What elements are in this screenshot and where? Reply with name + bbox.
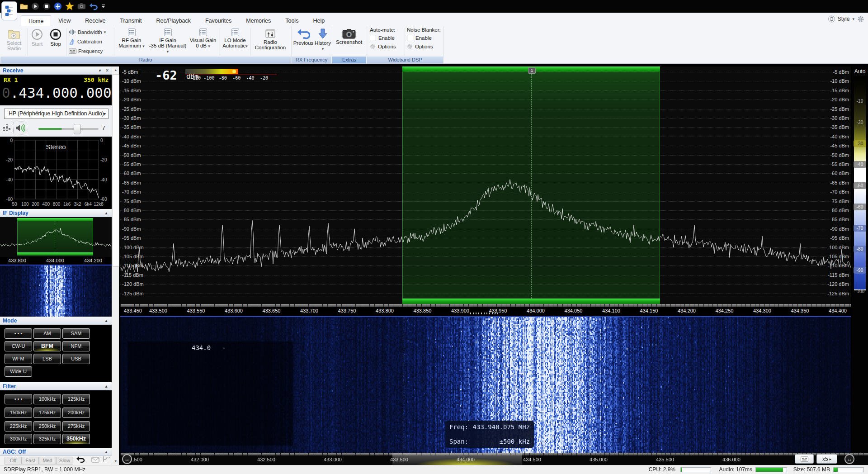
settings-gear-icon[interactable] — [857, 15, 864, 23]
lo-mode-button[interactable]: LO Mode Automatic▾ — [221, 27, 250, 48]
pan-left-right-button[interactable]: ↔ — [122, 454, 132, 464]
noise-blanker-options-button[interactable]: Options — [407, 43, 442, 49]
pan-indicator[interactable] — [470, 313, 498, 314]
undo-icon[interactable] — [89, 2, 98, 10]
ribbon-tab-row: HomeViewReceiveTransmitRec/PlaybackFavou… — [0, 13, 868, 26]
mode-button-lsb[interactable]: LSB — [33, 354, 61, 364]
noise-blanker-enable-checkbox[interactable]: Enable — [407, 35, 442, 41]
collapse-ribbon-icon[interactable] — [828, 15, 835, 23]
calibration-button[interactable]: Calibration — [69, 37, 102, 46]
tab-memories[interactable]: Memories — [239, 15, 278, 26]
filter-button-325khz[interactable]: 325kHz — [33, 434, 61, 444]
auto-mute-options-button[interactable]: Options — [370, 43, 403, 49]
tab-tools[interactable]: Tools — [278, 15, 306, 26]
zoom-factor-button[interactable]: x5▸ — [816, 454, 837, 464]
filter-button-350khz[interactable]: 350kHz — [62, 434, 90, 444]
mode-button-cw-u[interactable]: CW-U — [5, 341, 32, 351]
history-button[interactable]: History▾ — [315, 27, 331, 51]
scroll-down-icon[interactable]: ▼ — [112, 458, 119, 465]
frequency-digits[interactable]: 0.434.000.000 — [2, 85, 112, 101]
tab-help[interactable]: Help — [306, 15, 332, 26]
auto-mute-enable-checkbox[interactable]: Enable — [370, 35, 403, 41]
notes-icon[interactable] — [91, 457, 99, 463]
frequency-navigation-bar[interactable]: 431.500432.000432.500433.000433.500434.0… — [120, 453, 868, 465]
bandwidth-button[interactable]: Bandwidth▾ — [69, 28, 106, 37]
start-button[interactable]: Start — [28, 27, 46, 47]
expand-span-button[interactable]: ↔ — [844, 454, 854, 464]
volume-slider-handle[interactable] — [74, 124, 80, 134]
tab-rec-playback[interactable]: Rec/Playback — [149, 15, 198, 26]
visual-gain-button[interactable]: Visual Gain 0 dB ▾ — [188, 27, 218, 48]
style-button[interactable]: Style — [838, 16, 850, 22]
waterfall-colour-scale[interactable]: Auto -10-20-30-40-50-60-70-80-90-100 — [852, 66, 868, 453]
tab-favourites[interactable]: Favourites — [198, 15, 239, 26]
radio-configuration-button[interactable]: RadioConfiguration — [251, 27, 289, 50]
tab-view[interactable]: View — [51, 15, 78, 26]
close-panel-icon[interactable]: × — [104, 66, 111, 75]
agc-button-slow[interactable]: Slow — [56, 457, 73, 465]
if-gain-button[interactable]: IF Gain -35 dB (Manual) ▾ — [148, 27, 188, 54]
mode-button-wide-u[interactable]: Wide-U — [5, 366, 32, 377]
filter-button-300khz[interactable]: 300kHz — [5, 434, 32, 444]
mute-speaker-button[interactable] — [14, 122, 26, 134]
filter-button-125khz[interactable]: 125kHz — [62, 394, 90, 404]
collapse-panel-icon[interactable]: ▴ — [103, 382, 110, 390]
audio-latency-meter — [755, 467, 787, 472]
audio-device-select[interactable]: HP (Périphérique High Definition Audio) … — [4, 109, 108, 119]
mode-button-nfm[interactable]: NFM — [62, 341, 90, 351]
style-dropdown-icon[interactable]: ▾ — [852, 17, 854, 21]
stop-button[interactable]: Stop — [47, 27, 65, 47]
open-folder-icon[interactable] — [20, 3, 28, 10]
filter-button-more[interactable]: • • • — [5, 394, 32, 404]
previous-frequency-button[interactable]: Previous — [292, 27, 315, 46]
filter-button-175khz[interactable]: 175kHz — [33, 408, 61, 418]
filter-button-250khz[interactable]: 250kHz — [33, 421, 61, 431]
mode-button-sam[interactable]: SAM — [62, 328, 90, 339]
mode-button-bfm[interactable]: BFM — [33, 341, 61, 351]
undo-tune-icon[interactable] — [76, 456, 86, 463]
stop-icon[interactable] — [42, 2, 51, 10]
mode-button-[interactable]: • • • — [5, 328, 32, 339]
tab-home[interactable]: Home — [21, 15, 51, 26]
collapse-panel-icon[interactable]: ▴ — [103, 317, 110, 325]
tab-transmit[interactable]: Transmit — [113, 15, 149, 26]
frequency-button[interactable]: Frequency — [69, 47, 103, 56]
signal-history-icon[interactable] — [103, 456, 110, 463]
filter-button-200khz[interactable]: 200kHz — [62, 408, 90, 418]
spectrum-display[interactable]: -5 dBm-5 dBm-10 dBm-10 dBm-15 dBm-15 dBm… — [120, 66, 851, 304]
mode-button-am[interactable]: AM — [33, 328, 61, 339]
keyboard-entry-button[interactable] — [795, 454, 814, 464]
rf-gain-button[interactable]: RF Gain Maximum ▾ — [115, 27, 148, 48]
frequency-display[interactable]: RX 1 350 kHz 0.434.000.000 — [0, 75, 112, 105]
waterfall-display[interactable]: 434.0 - Freq:433.940.075 MHz Span:±500 k… — [120, 317, 851, 453]
quick-access-dropdown-icon[interactable] — [101, 4, 105, 9]
filter-button-275khz[interactable]: 275kHz — [62, 421, 90, 431]
filter-button-150khz[interactable]: 150kHz — [5, 408, 32, 418]
application-menu-button[interactable] — [1, 1, 17, 20]
collapse-panel-icon[interactable]: ▴ — [103, 448, 110, 456]
cpu-usage-label: CPU: 2.9% — [646, 466, 675, 473]
if-gain-dropdown-icon: ▾ — [167, 49, 169, 54]
if-freq-label: 433.800 — [6, 258, 28, 263]
collapse-panel-icon[interactable]: ▾ — [96, 66, 104, 75]
add-icon[interactable] — [54, 2, 62, 10]
mode-button-wfm[interactable]: WFM — [5, 354, 32, 364]
agc-button-med[interactable]: Med — [39, 457, 56, 465]
filter-button-100khz[interactable]: 100kHz — [33, 394, 61, 404]
agc-button-fast[interactable]: Fast — [22, 457, 39, 465]
agc-button-off[interactable]: Off — [5, 457, 22, 465]
select-radio-button[interactable]: SelectRadio — [3, 27, 25, 51]
mode-button-usb[interactable]: USB — [62, 354, 90, 364]
equalizer-icon[interactable] — [3, 123, 12, 133]
scroll-up-icon[interactable]: ▲ — [112, 66, 119, 74]
collapse-panel-icon[interactable]: ▴ — [103, 209, 110, 217]
favourite-star-icon[interactable] — [65, 2, 74, 10]
screenshot-button[interactable]: Screenshot — [334, 27, 364, 45]
play-icon[interactable] — [31, 2, 39, 10]
filter-button-225khz[interactable]: 225kHz — [5, 421, 32, 431]
tab-receive[interactable]: Receive — [78, 15, 113, 26]
camera-icon[interactable] — [77, 3, 86, 9]
left-panel-scrollbar[interactable]: ▲ ▼ — [112, 66, 119, 465]
scrollbar-thumb[interactable] — [113, 74, 119, 267]
spectrum-frequency-axis[interactable]: 433.450433.500433.550433.600433.650433.7… — [120, 304, 851, 316]
